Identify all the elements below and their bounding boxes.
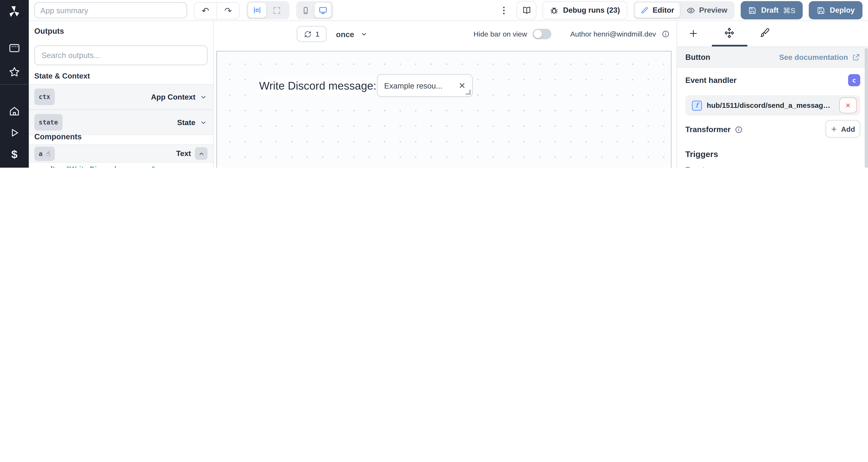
output-row-state[interactable]: state State [29, 110, 213, 135]
output-prop[interactable]: result:"Write Discord message:" [35, 165, 155, 168]
apps-icon[interactable] [8, 42, 21, 54]
component-a-badge: a☝ [34, 146, 55, 161]
tab-editor[interactable]: Editor [635, 3, 680, 18]
canvas-area: 1 once Hide bar on view Author henri@win… [213, 21, 677, 168]
maximize-icon [272, 6, 281, 15]
component-settings-panel: Button See documentation Event handler c… [677, 21, 868, 168]
text-component[interactable]: Write Discord message: [259, 76, 388, 96]
deploy-button[interactable]: Deploy [809, 1, 862, 20]
save-icon [748, 6, 757, 15]
variables-icon[interactable]: $ [8, 148, 21, 160]
state-label: State [177, 118, 195, 126]
undo-redo-group: ↶ ↷ [194, 2, 240, 19]
plus-icon [831, 125, 838, 133]
add-transformer-button[interactable]: Add [826, 120, 860, 138]
runs-icon[interactable] [8, 127, 21, 139]
text-component-value: Write Discord message: [259, 80, 376, 92]
preview-label: Preview [699, 6, 727, 14]
output-row-ctx[interactable]: ctx App Context [29, 84, 213, 110]
hide-bar-toggle[interactable] [533, 29, 552, 39]
info-icon[interactable] [661, 30, 670, 38]
tab-insert-plus-icon[interactable] [688, 27, 701, 39]
event-handler-box[interactable]: f hub/1511/discord/send_a_message_... ✕ [685, 95, 860, 116]
rail-divider [0, 84, 29, 85]
bug-icon [550, 6, 559, 15]
canvas-row-zone: Write Discord message: Example resou... … [217, 52, 671, 168]
draft-label: Draft [761, 6, 779, 14]
settings-tabbar [677, 21, 868, 47]
frequency-dropdown[interactable]: once [336, 26, 368, 42]
remove-handler-button[interactable]: ✕ [839, 97, 857, 113]
component-type-title: Button [685, 53, 710, 61]
app-canvas[interactable]: Write Discord message: Example resou... … [216, 51, 672, 168]
events-label: Events [685, 165, 709, 168]
refresh-count: 1 [315, 30, 319, 38]
panel-scrollbar[interactable] [865, 48, 868, 168]
prop-value: "Write Discord message:" [66, 165, 155, 168]
canvas-toolbar: 1 once Hide bar on view Author henri@win… [213, 21, 677, 47]
refresh-count-button[interactable]: 1 [297, 26, 327, 42]
fullscreen-layout-button[interactable] [268, 3, 286, 18]
component-row-a[interactable]: a☝ Text [29, 144, 213, 163]
centered-layout-icon [252, 6, 262, 15]
tab-component-settings-icon[interactable] [723, 27, 736, 39]
favorites-icon[interactable] [8, 66, 21, 78]
topbar-right-actions: ⋮ Debug runs (23) Editor Preview Draft [497, 1, 862, 20]
resource-select-value: Example resou... [384, 81, 442, 90]
debug-runs-button[interactable]: Debug runs (23) [542, 1, 627, 20]
undo-icon: ↶ [202, 6, 209, 16]
phone-icon [301, 6, 310, 15]
docs-book-button[interactable] [517, 1, 536, 20]
desktop-view-button[interactable] [314, 3, 331, 18]
chevron-down-icon[interactable] [199, 118, 208, 126]
tab-styling-brush-icon[interactable] [759, 27, 771, 39]
app-summary-input[interactable] [34, 2, 187, 18]
active-tab-underline [712, 45, 747, 46]
transformer-label: Transformer [685, 125, 743, 134]
device-toggle-group [296, 1, 333, 20]
undo-button[interactable]: ↶ [194, 3, 216, 19]
save-icon [816, 6, 826, 15]
chevron-down-icon [360, 30, 368, 38]
event-handler-label: Event handler [685, 76, 737, 85]
search-outputs-input[interactable] [34, 45, 208, 65]
editor-preview-segment: Editor Preview [633, 1, 735, 20]
refresh-icon [304, 30, 312, 38]
selected-component-badge: c [848, 74, 860, 86]
pointer-hand-icon: ☝ [46, 150, 51, 158]
centered-layout-button[interactable] [248, 3, 266, 18]
monitor-icon [318, 6, 328, 15]
tab-preview[interactable]: Preview [681, 3, 733, 18]
windmill-logo-icon[interactable] [7, 4, 22, 19]
kebab-menu-icon[interactable]: ⋮ [497, 5, 510, 15]
ctx-badge: ctx [34, 89, 55, 105]
deploy-label: Deploy [830, 6, 855, 14]
eye-icon [686, 6, 695, 15]
frequency-value: once [336, 30, 354, 38]
see-documentation-link[interactable]: See documentation [779, 53, 860, 61]
windmill-app-editor: $ ↶ ↷ ⋮ Debug runs (23) [0, 0, 868, 168]
pencil-icon [640, 6, 649, 14]
draft-button[interactable]: Draft ⌘S [741, 1, 803, 20]
resource-select-component[interactable]: Example resou... ✕ [377, 74, 473, 97]
state-badge: state [34, 114, 62, 131]
editor-label: Editor [653, 6, 674, 14]
component-header-row: Button See documentation [677, 47, 868, 67]
outputs-title: Outputs [34, 27, 64, 35]
info-icon[interactable] [734, 125, 743, 134]
ctx-label: App Context [151, 93, 195, 101]
chevron-down-icon[interactable] [199, 93, 208, 101]
home-icon[interactable] [8, 105, 21, 117]
debug-runs-label: Debug runs (23) [563, 6, 620, 14]
canvas-toolbar-right: Hide bar on view Author henri@windmill.d… [473, 21, 670, 47]
collapse-button[interactable] [195, 147, 208, 160]
prop-key: result [35, 165, 55, 168]
hide-bar-label: Hide bar on view [473, 30, 527, 38]
resize-handle[interactable] [466, 90, 471, 95]
clear-selection-icon[interactable]: ✕ [459, 80, 466, 91]
mobile-view-button[interactable] [298, 3, 313, 18]
external-link-icon [852, 53, 860, 61]
outputs-panel: Outputs State & Context ctx App Context … [29, 21, 214, 168]
redo-button[interactable]: ↷ [216, 3, 239, 19]
layout-toggle-group [246, 1, 289, 20]
